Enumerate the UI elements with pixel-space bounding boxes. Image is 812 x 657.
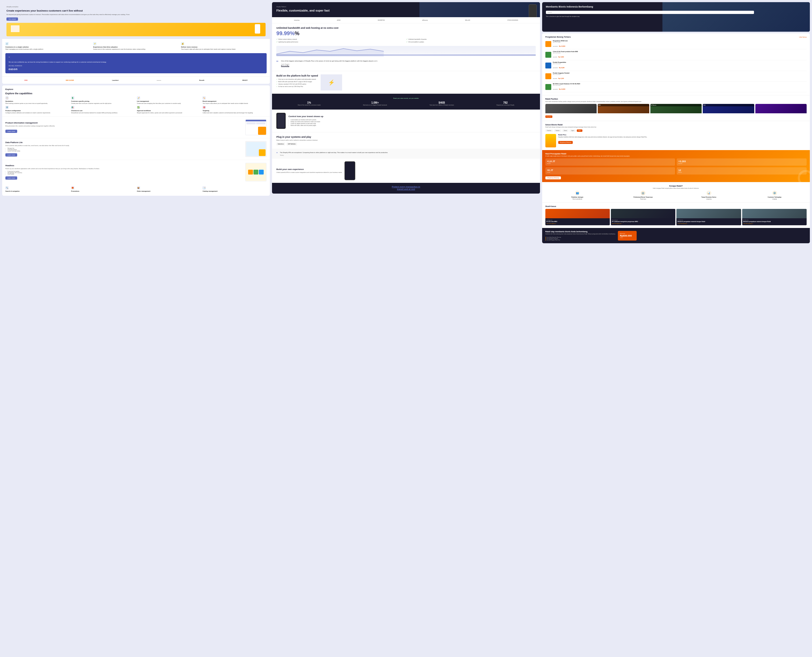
product-info-0: Pengolahan IP/500 Unit SKU: RU-30485 Rp … [553,40,807,48]
sc-title-1: PT Linktown mengelola pengiriman MRO [612,221,674,222]
pavilion-section: Ralali Pavilion Kami hadir memberikan fa… [542,95,810,121]
cap-brand-desc: Your buyer's data allows you to anticipa… [203,103,267,104]
cap-checkout-title: Checkout & cart [71,110,136,111]
feature-commerce: 🛒 Commerce in a single solution Start ma… [5,42,91,50]
ralali-siap-links: Cara Daftar Bagi dari Planning Cara Regi… [545,237,616,241]
pricing-price: Rp600.000 [620,234,634,237]
tab-direct[interactable]: Direct [562,129,569,132]
tab-tambor[interactable]: Tambor [554,129,561,132]
catalog-icon: 📑 [203,186,206,190]
stat2-desc: Merchants on our biggest Shopify framewo… [363,104,387,106]
hasil-stat-1: +1.8 JT Supplier [545,159,675,166]
solusi-section: Solusi Bisnis Ralali Ralali hadir dengan… [542,121,810,150]
pim-learn-button[interactable]: Learn more [5,130,17,133]
ralali-siap-desc: Daftarkan diri Anda sekarang dan mulai p… [545,234,616,235]
hosting-feat3: Lightning-fast global performance [276,41,405,43]
product-old-price-4: Rp 15,000 [553,89,558,90]
hasil-stat-2: +3.283 Kategori [677,159,807,166]
cap-pricing-desc: Create price lists so all your customer … [71,103,136,104]
h-card3 [259,170,264,174]
headless-image [245,163,267,182]
pav-label-hoc: HOC [703,104,754,106]
product-img-3 [545,73,551,79]
headless-cards [248,170,264,174]
pav-btn-1[interactable]: Shop Now [545,115,552,118]
sc-link-0[interactable]: Lihat Selengkapnya → [546,223,609,224]
data-platform-features: Manage lists Automate reports Launch ful… [5,148,243,152]
bergabung-button[interactable]: Bergabung Sekarang [545,176,561,179]
ralali-plus-title: Ralali Plus [558,134,647,135]
pim-text: Product information management Bring all… [5,121,243,133]
tab-agen[interactable]: Agen [569,129,576,132]
partner-miller: MILLER [465,19,470,21]
sc-link-3[interactable]: Lihat Selengkapnya → [743,223,806,224]
ralali-plus-content: Ralali Plus Dapatkan kelebihan lebih dar… [545,134,807,147]
build-checkmarks: Only two to zero downtime with global mu… [276,78,318,87]
mid-hero-image [419,2,540,17]
protect-section: Protect every transaction in transit and… [272,183,540,194]
kenapa-section: Kenapa Ralali? Inilah mengapa Ralali men… [542,182,810,202]
ralali-plus-cta-button[interactable]: Bergabung Sekarang [558,141,573,144]
orders-icon: 📦 [137,186,140,190]
data-platform-learn-button[interactable]: Learn more [5,153,17,157]
sc-img-3 [742,209,807,218]
commerce-icon: 🛒 [5,42,9,45]
nav-catalog-title: Catalog management [203,190,267,192]
kenapa-desc-3: Langsung [677,198,741,200]
sc-link-1[interactable]: Lihat Selengkapnya → [612,223,674,224]
tab-plus[interactable]: Plus [577,129,583,132]
hasil-desc-4: Awards [678,171,805,173]
right-hero-title: Membantu Bisnis Indonesia Berkembang [546,5,806,9]
kenapa-title-1: Pelatihan Jaringan [545,196,609,198]
cap-quotations: 📋 Quotations Start tracking customer quo… [5,97,70,104]
hasil-section: Hasil Pencapaian Ralali Di balik angka-a… [542,150,810,182]
explore-title: Explore the capabilities [2,92,270,97]
cap-brand: 🏷️ Brand management Your buyer's data al… [203,97,267,104]
ralali-mascot [545,134,556,147]
tab-fashion[interactable]: Fashion [545,129,553,132]
kenapa-icon-3: 📊 [706,191,711,195]
kenapa-title-3: Tanpa Perantara Serius [677,196,741,198]
left-hero-title: Create experiences your business custome… [6,9,266,12]
plug-title: Plug in your systems and play [276,135,535,138]
pengalaman-title: Pengalaman Barang Terbaru [545,36,571,38]
left-cta-button[interactable]: Get started [6,17,18,21]
h-card1 [248,170,253,174]
sc-link-2[interactable]: Lihat Selengkapnya → [678,223,740,224]
pavilion-card-1: Shop Now [545,104,597,118]
see-all-products[interactable]: Lihat Semua [799,36,807,38]
headless-section: Headless Power up your storefront applic… [2,160,270,184]
dp-feature3: Launch full-scale replay [8,150,243,152]
build-check4: As fast as next to zero by CDN Shop Plus [276,86,318,87]
cap-config-title: Product configuration [5,110,70,111]
product-old-price-2: Rp 10,000 [553,67,558,69]
right-search-bar[interactable]: Search... [546,11,754,14]
partner-logos: stopstep vEINZ MARBITES allbeauty MILLER… [272,17,540,23]
kenapa-title-2: Profesional Bisnis Terpercaya [611,196,675,198]
db-content [246,121,266,125]
protect-link[interactable]: transit and at rest [397,188,415,190]
integration-logos: Salesforce SAP NetSuite [276,143,535,146]
hasil-num-4: 12 [678,169,805,171]
cap-approval-desc: Require approvals for orders, quotes and… [137,112,201,114]
product-info-4: SK 0443 2 Liquid Skatwear SV SK 96.34524… [553,83,807,91]
kenapa-title-4: Customer Terlengkap [742,196,807,198]
product-old-price-3: Rp 4,500 [553,78,557,79]
kenapa-3: 📊 Tanpa Perantara Serius Langsung [677,191,741,200]
partner-allbeauty: allbeauty [422,19,428,21]
data-platform-desc: Drive customer data profiles to create l… [5,145,243,146]
headless-learn-button[interactable]: Learn more [5,176,17,180]
data-platform-img-accent [259,149,266,156]
brand-bonefit: Bonefit [199,79,204,81]
hasil-stats: +1.8 JT Supplier +3.283 Kategori +8 JT P… [545,159,807,174]
build-speed-icon: ⚡ [328,79,335,86]
siap-link-3[interactable]: Cara Beli Supply Chain Flow [545,239,616,241]
control-title: Control how your brand shows up [288,115,323,118]
cap-quotations-desc: Start tracking customer quotes so you ne… [5,103,70,104]
left-testimonial: " We can now confidently say, we have th… [5,53,267,73]
pim-title: Product information management [5,121,243,124]
hasil-num-1: +1.8 JT [547,160,674,163]
headless-features: Customize by markets Sell globally, 24/7… [5,171,243,175]
data-platform-image [245,141,267,157]
product-item-3: Produk Unggulan Pembeli SKU: RU-00234 Rp… [545,72,807,82]
